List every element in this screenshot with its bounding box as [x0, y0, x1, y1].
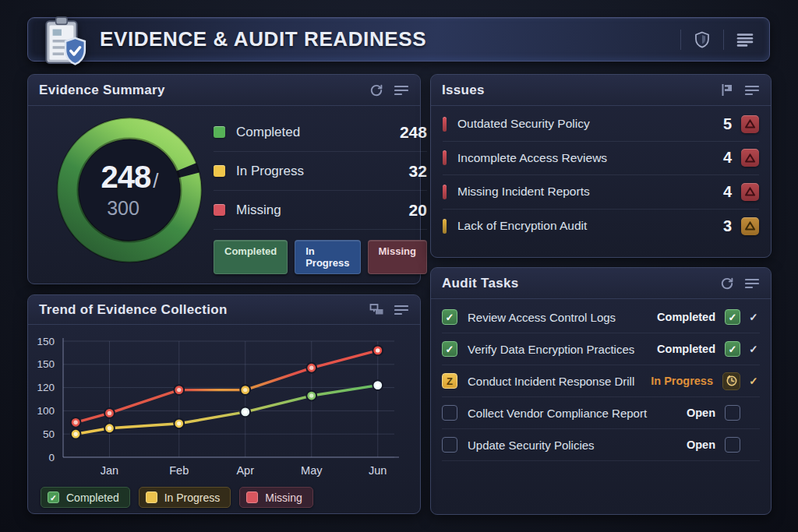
trend-legend-chip[interactable]: In Progress [139, 487, 231, 508]
task-status: In Progress [651, 375, 713, 387]
task-label: Collect Vendor Compliance Report [468, 407, 647, 420]
issue-label: Missing Incident Reports [457, 185, 590, 199]
filter-button[interactable]: In Progress [295, 240, 360, 274]
issue-label: Incomplete Access Reviews [457, 151, 607, 165]
menu-icon[interactable] [744, 83, 760, 98]
divider [680, 30, 681, 50]
svg-text:50: 50 [43, 428, 55, 440]
clock-icon [722, 372, 740, 390]
refresh-icon[interactable] [719, 276, 735, 291]
menu-icon[interactable] [735, 30, 755, 50]
trend-legend: ✓ Completed In Progress Missing [41, 487, 313, 508]
chip-label: Completed [66, 491, 119, 504]
audit-tasks-panel: Audit Tasks ✓ Review Access Control Logs… [430, 267, 772, 515]
task-status: Completed [657, 311, 715, 323]
header-actions [680, 30, 755, 50]
issue-marker [443, 185, 447, 199]
task-checkbox[interactable]: ✓ [442, 309, 457, 325]
legend-value: 32 [409, 162, 427, 181]
panel-title: Issues [442, 83, 485, 98]
task-checkbox[interactable]: Z [442, 373, 457, 389]
shield-icon[interactable] [692, 30, 712, 50]
task-label: Update Security Policies [468, 439, 595, 452]
issue-row[interactable]: Missing Incident Reports 4 [443, 175, 759, 210]
svg-text:May: May [301, 464, 323, 477]
legend-swatch [214, 126, 225, 138]
legend-row: Completed 248 [214, 113, 427, 152]
task-row[interactable]: Collect Vendor Compliance Report Open [442, 397, 760, 429]
task-status: Completed [657, 343, 715, 355]
evidence-donut-chart: 248/ 300 [41, 106, 214, 274]
issue-row[interactable]: Outdated Security Policy 5 [443, 107, 759, 142]
panel-title: Evidence Summary [39, 83, 165, 98]
flow-icon[interactable] [369, 302, 384, 318]
evidence-filter-buttons: Completed In Progress Missing [214, 240, 427, 274]
evidence-summary-header: Evidence Summary [28, 75, 420, 106]
task-status: Open [687, 439, 715, 451]
task-status: Open [687, 407, 715, 419]
issue-count: 4 [723, 149, 732, 167]
issue-label: Lack of Encryption Audit [457, 219, 587, 233]
warning-triangle-icon [741, 183, 759, 201]
trend-header: Trend of Evidence Collection [28, 295, 420, 325]
task-row[interactable]: Z Conduct Incident Response Drill In Pro… [442, 365, 760, 397]
svg-text:150: 150 [37, 358, 55, 370]
filter-button[interactable]: Completed [214, 240, 288, 274]
task-status-checkbox[interactable] [725, 405, 740, 421]
task-status-checkbox[interactable] [725, 437, 740, 453]
task-checkbox[interactable] [442, 437, 457, 453]
chip-swatch [246, 491, 258, 503]
refresh-icon[interactable] [369, 83, 384, 98]
task-checkbox[interactable]: ✓ [442, 341, 457, 357]
issues-list: Outdated Security Policy 5 Incomplete Ac… [431, 106, 771, 243]
task-row[interactable]: Update Security Policies Open [442, 429, 760, 461]
task-row[interactable]: ✓ Verify Data Encryption Practices Compl… [442, 333, 760, 365]
warning-triangle-icon [741, 115, 759, 133]
trend-legend-chip[interactable]: ✓ Completed [41, 487, 130, 508]
menu-icon[interactable] [394, 83, 409, 98]
check-icon: ✓ [747, 343, 760, 355]
legend-swatch [214, 165, 225, 177]
legend-swatch [214, 204, 225, 216]
check-icon: ✓ [747, 375, 760, 387]
svg-text:150: 150 [37, 336, 55, 347]
divider [723, 30, 724, 50]
app-header: EVIDENCE & AUDIT READINESS [27, 17, 770, 62]
evidence-legend: Completed 248 In Progress 32 Missing 20 … [214, 106, 427, 274]
issue-marker [443, 150, 447, 165]
issue-marker [443, 219, 447, 234]
task-label: Conduct Incident Response Drill [468, 375, 634, 388]
menu-icon[interactable] [394, 302, 409, 318]
chip-swatch: ✓ [48, 491, 59, 503]
legend-value: 248 [400, 123, 427, 142]
task-row[interactable]: ✓ Review Access Control Logs Completed ✓… [442, 301, 760, 333]
svg-text:Apr: Apr [236, 464, 254, 477]
panel-title: Audit Tasks [442, 276, 518, 291]
menu-icon[interactable] [744, 276, 760, 291]
task-label: Verify Data Encryption Practices [468, 343, 634, 356]
issue-count: 5 [723, 115, 732, 133]
legend-row: Missing 20 [214, 191, 427, 230]
dashboard: EVIDENCE & AUDIT READINESS Evidence Summ… [0, 0, 798, 532]
flag-icon[interactable] [719, 83, 735, 98]
filter-button[interactable]: Missing [368, 240, 427, 274]
issue-row[interactable]: Lack of Encryption Audit 3 [443, 210, 759, 244]
clipboard-shield-icon [38, 16, 88, 67]
issues-header: Issues [431, 75, 771, 106]
task-checkbox[interactable] [442, 405, 457, 421]
issue-row[interactable]: Incomplete Access Reviews 4 [443, 142, 759, 176]
evidence-summary-panel: Evidence Summary [27, 74, 421, 284]
svg-text:0: 0 [48, 452, 55, 463]
svg-text:Feb: Feb [169, 464, 189, 477]
task-status-checkbox[interactable]: ✓ [725, 309, 740, 325]
issue-count: 4 [723, 183, 732, 201]
chip-label: Missing [265, 491, 302, 504]
task-status-checkbox[interactable]: ✓ [725, 341, 740, 357]
chip-swatch [146, 491, 157, 503]
issues-panel: Issues Outdated Security Policy 5 Incomp… [430, 74, 772, 258]
trend-panel: Trend of Evidence Collection 15015012010… [27, 294, 421, 514]
trend-legend-chip[interactable]: Missing [239, 487, 312, 508]
tasks-list: ✓ Review Access Control Logs Completed ✓… [431, 299, 771, 461]
page-title: EVIDENCE & AUDIT READINESS [100, 27, 426, 51]
audit-tasks-header: Audit Tasks [431, 268, 771, 299]
